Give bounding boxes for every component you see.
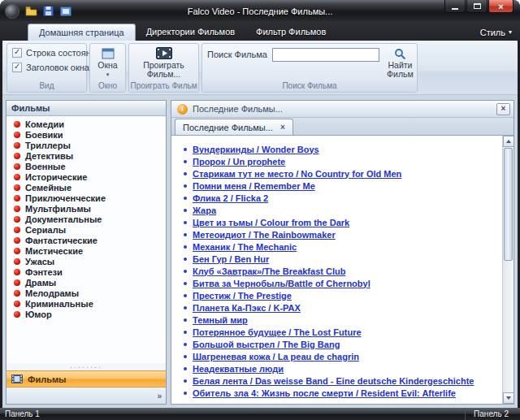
sidebar-films-bar[interactable]: Фильмы [6, 370, 166, 388]
statusbar-checkbox-row[interactable]: Строка состояния [12, 48, 101, 58]
tab-close-icon[interactable]: × [280, 123, 285, 132]
find-movie-button[interactable]: Найти Фильм [387, 47, 414, 79]
movie-link[interactable]: Престиж / The Prestige [193, 291, 292, 301]
movie-list-item: Механик / The Mechanic [182, 240, 496, 253]
list-bullet-icon [184, 197, 187, 200]
genre-bullet-icon [14, 227, 20, 233]
movie-link[interactable]: Метеоидиот / The Rainbowmaker [193, 230, 336, 240]
movie-link[interactable]: Жара [193, 206, 216, 215]
movie-list-item: Неадекватные люди [182, 362, 496, 375]
genre-bullet-icon [14, 248, 20, 254]
document-tab[interactable]: Последние Фильмы... × [175, 119, 293, 135]
genre-item[interactable]: Драмы [6, 277, 166, 288]
list-bullet-icon [184, 318, 187, 322]
scroll-down-button[interactable] [503, 392, 514, 404]
panel-close-button[interactable]: × [496, 103, 510, 115]
tab-home[interactable]: Домашняя страница [28, 24, 136, 41]
genre-item[interactable]: Документальные [6, 214, 166, 224]
genre-item[interactable]: Юмор [6, 309, 166, 319]
movie-list-item: Помни меня / Remember Me [182, 180, 496, 192]
search-field-label: Поиск Фильма [207, 50, 267, 59]
list-bullet-icon [184, 392, 187, 395]
genre-label: Мультфильмы [25, 204, 91, 214]
genre-item[interactable]: Сериалы [6, 224, 166, 235]
genre-bullet-icon [14, 279, 20, 286]
scroll-up-button[interactable] [503, 136, 514, 147]
genre-bullet-icon [14, 184, 20, 191]
movie-link[interactable]: Потерянное будущее / The Lost Future [193, 327, 362, 337]
tab-movie-filter[interactable]: Фильтр Фильмов [245, 24, 336, 41]
movie-link[interactable]: Флика 2 / Flicka 2 [193, 193, 268, 203]
movie-link[interactable]: Темный мир [193, 315, 248, 325]
windowtitle-checkbox-label: Заголовок окна [26, 63, 89, 72]
list-bullet-icon [184, 172, 187, 175]
movie-link[interactable]: Клуб «Завтрак»/The Breakfast Club [193, 266, 345, 276]
movie-link[interactable]: Бен Гур / Ben Hur [193, 254, 269, 264]
windows-button[interactable]: Окна ▾ [90, 44, 125, 81]
list-bullet-icon [184, 221, 187, 224]
genre-label: Боевики [25, 130, 63, 140]
play-movie-button-label: Проиграть Фильм... [135, 61, 193, 79]
minimize-button[interactable] [444, 0, 466, 13]
genre-item[interactable]: Семейные [6, 182, 166, 193]
movie-list-item: Флика 2 / Flicka 2 [182, 192, 496, 204]
movie-link[interactable]: Планета Ка-Пэкс / K-PAX [193, 303, 301, 313]
checkbox-checked-icon[interactable] [12, 63, 22, 72]
vertical-scrollbar[interactable] [502, 136, 514, 404]
movie-link[interactable]: Вундеркинды / Wonder Boys [193, 145, 319, 154]
movie-list-item: Битва за Чернобыль/Battle of Chernobyl [182, 277, 496, 289]
movie-link[interactable]: Битва за Чернобыль/Battle of Chernobyl [193, 279, 370, 288]
open-folder-icon[interactable] [24, 4, 38, 18]
genre-item[interactable]: Фантастические [6, 235, 166, 245]
genre-item[interactable]: Мелодрамы [6, 288, 166, 298]
genre-label: Семейные [25, 183, 72, 193]
genre-item[interactable]: Исторические [6, 171, 166, 182]
scrollbar-thumb[interactable] [504, 148, 513, 261]
movie-link[interactable]: Пророк / Un prophete [193, 157, 285, 167]
movie-search-input[interactable] [272, 48, 379, 62]
configure-buttons-icon[interactable]: » [157, 392, 162, 401]
group-caption-play: Проиграть Фильм [129, 81, 198, 92]
checkbox-checked-icon[interactable] [12, 48, 22, 58]
genre-label: Криминальные [25, 299, 93, 309]
movie-link[interactable]: Механик / The Mechanic [193, 242, 297, 252]
genre-item[interactable]: Мистические [6, 245, 166, 256]
genre-bullet-icon [14, 132, 20, 138]
sidebar-splitter-handle[interactable]: ········ [6, 363, 166, 370]
genre-item[interactable]: Боевики [6, 129, 166, 140]
genre-bullet-icon [14, 174, 20, 180]
genre-item[interactable]: Приключенческие [6, 193, 166, 203]
list-bullet-icon [184, 233, 187, 236]
maximize-button[interactable] [466, 0, 488, 13]
film-icon[interactable] [58, 4, 72, 18]
genre-label: Документальные [25, 214, 102, 224]
genre-item[interactable]: Комедии [6, 119, 166, 129]
movie-link[interactable]: Помни меня / Remember Me [193, 181, 315, 191]
genre-item[interactable]: Триллеры [6, 140, 166, 150]
genre-label: Триллеры [25, 141, 71, 150]
movie-link[interactable]: Старикам тут не место / No Country for O… [193, 169, 401, 179]
genre-item[interactable]: Ужасы [6, 256, 166, 266]
save-icon[interactable] [41, 4, 55, 18]
genre-item[interactable]: Фэнтези [6, 266, 166, 277]
windowtitle-checkbox-row[interactable]: Заголовок окна [12, 63, 89, 72]
movie-list-item: Белая лента / Das weisse Band - Eine deu… [182, 375, 496, 387]
movie-link[interactable]: Цвет из тьмы / Colour from the Dark [193, 218, 349, 227]
close-button[interactable]: × [488, 0, 514, 13]
genre-item[interactable]: Военные [6, 161, 166, 171]
genre-item[interactable]: Мультфильмы [6, 203, 166, 214]
genre-item[interactable]: Детективы [6, 150, 166, 161]
movie-link[interactable]: Большой выстрел / The Big Bang [193, 340, 340, 349]
play-movie-button[interactable]: Проиграть Фильм... [129, 44, 198, 81]
tab-movie-directories[interactable]: Директории Фильмов [136, 24, 245, 41]
group-caption-search: Поиск Фильма [202, 81, 417, 92]
movie-list-item: Бен Гур / Ben Hur [182, 253, 496, 265]
movie-link[interactable]: Обитель зла 4: Жизнь после смерти / Resi… [193, 388, 456, 398]
genre-item[interactable]: Криминальные [6, 298, 166, 309]
movie-list-item: Обитель зла 4: Жизнь после смерти / Resi… [182, 387, 496, 399]
style-menu[interactable]: Стиль ▾ [480, 24, 512, 41]
movie-link[interactable]: Белая лента / Das weisse Band - Eine deu… [193, 376, 474, 386]
list-bullet-icon [184, 209, 187, 212]
movie-link[interactable]: Неадекватные люди [193, 364, 284, 374]
movie-link[interactable]: Шагреневая кожа / La peau de chagrin [193, 352, 359, 362]
